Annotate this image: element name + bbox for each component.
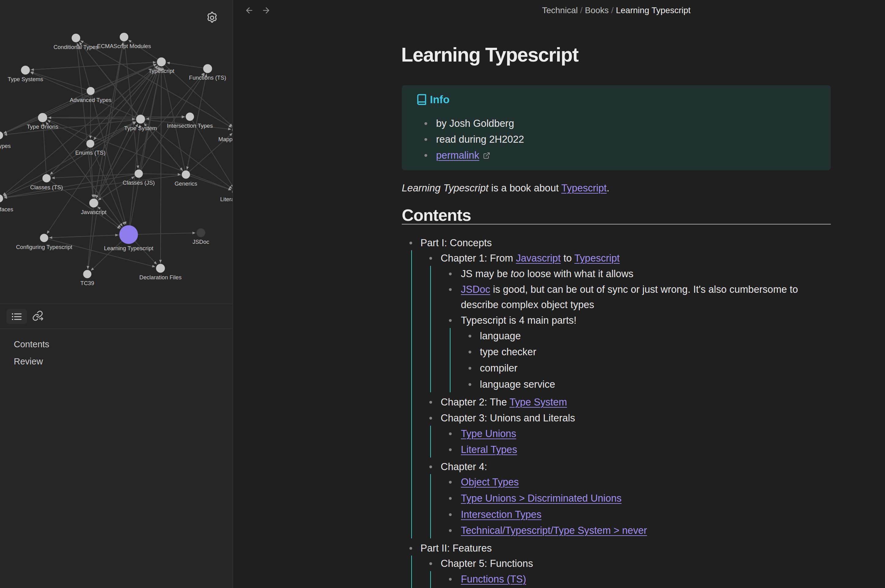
svg-text:Type Systems: Type Systems (8, 76, 43, 82)
svg-text:Configuring Typescript: Configuring Typescript (16, 244, 72, 250)
svg-text:Enums (TS): Enums (TS) (75, 150, 106, 156)
svg-text:Typescript: Typescript (148, 68, 174, 74)
svg-text:Interfaces: Interfaces (0, 206, 13, 213)
svg-text:Learning Typescript: Learning Typescript (104, 245, 153, 251)
svg-text:Type System: Type System (124, 125, 157, 131)
svg-text:Mapped Types: Mapped Types (218, 136, 232, 142)
svg-text:JSDoc: JSDoc (193, 238, 210, 245)
svg-text:TC39: TC39 (80, 280, 94, 286)
svg-text:Functions (TS): Functions (TS) (189, 74, 226, 81)
svg-text:Mapped Types: Mapped Types (0, 143, 11, 149)
svg-text:Generics: Generics (174, 180, 197, 187)
svg-text:ECMAScript Modules: ECMAScript Modules (97, 43, 151, 49)
svg-text:Advanced Types: Advanced Types (70, 97, 111, 103)
svg-text:Declaration Files: Declaration Files (140, 274, 182, 280)
svg-text:Conditional Types: Conditional Types (54, 44, 99, 50)
svg-text:Classes (TS): Classes (TS) (30, 184, 63, 190)
svg-text:Literal Types: Literal Types (220, 196, 232, 202)
svg-text:Type Unions: Type Unions (27, 123, 58, 130)
svg-text:Javascript: Javascript (81, 209, 106, 215)
svg-text:Intersection Types: Intersection Types (167, 123, 213, 129)
svg-text:Classes (JS): Classes (JS) (123, 180, 155, 186)
